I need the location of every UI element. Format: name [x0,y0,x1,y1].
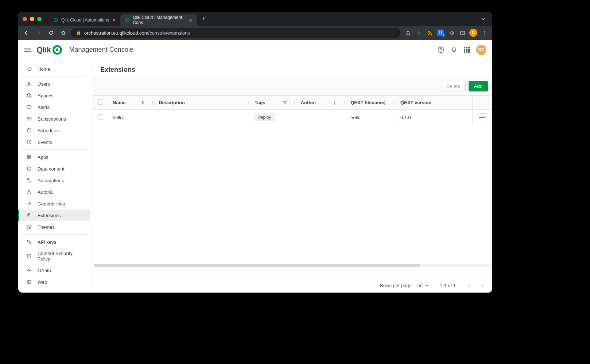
sidebar-item-apikeys[interactable]: API keys [18,236,93,248]
sidebar-item-events[interactable]: Events [18,136,93,148]
column-header-filename[interactable]: QEXT filename ▲▼ || [346,96,396,110]
svg-rect-16 [27,157,29,159]
column-header-tags[interactable]: Tags || [250,96,296,110]
panel-icon[interactable] [457,28,467,38]
browser-tab[interactable]: Qlik Cloud | Automations ✕ [49,14,120,26]
sidebar-item-genericlinks[interactable]: Generic links [18,198,93,210]
sidebar-item-extensions[interactable]: Extensions [18,210,90,221]
window-controls [23,17,42,21]
row-checkbox-cell[interactable] [93,110,108,125]
page-title: Extensions [93,60,492,77]
checkbox-icon[interactable] [98,99,103,105]
sidebar-item-automations[interactable]: Automations [18,175,93,186]
rss-icon[interactable] [424,28,435,38]
checkbox-icon[interactable] [98,114,103,120]
sidebar-item-apps[interactable]: Apps [18,151,93,163]
minimize-window-button[interactable] [30,17,34,21]
sidebar-item-schedules[interactable]: Schedules [18,125,93,136]
select-all-header[interactable] [93,96,108,110]
share-icon[interactable] [403,28,413,38]
delete-button[interactable]: Delete [441,81,466,91]
column-header-description[interactable]: Description || [154,96,250,110]
column-header-author[interactable]: Author ▲▼ || [296,96,346,110]
row-menu-button[interactable]: ••• [478,113,487,121]
browser-window: Qlik Cloud | Automations ✕ Qlik Cloud | … [18,12,492,293]
logo-text: Qlik [36,45,51,55]
menu-toggle-button[interactable] [24,48,31,52]
pager-nav [467,283,485,288]
maximize-window-button[interactable] [37,17,42,21]
back-button[interactable] [21,28,31,38]
sidebar-item-home[interactable]: Home [18,63,93,75]
scrollbar-thumb[interactable] [94,264,420,267]
sidebar-item-label: API keys [38,239,56,245]
new-tab-button[interactable]: + [197,15,210,23]
sidebar-item-label: Subscriptions [38,116,66,122]
table-container: Name ▲▼ || Description || Tags [93,95,492,278]
horizontal-scrollbar[interactable] [94,264,492,267]
sort-icon[interactable]: ▲▼ [333,100,336,105]
forward-button[interactable] [34,28,44,38]
reload-button[interactable] [46,28,56,38]
table-header-row: Name ▲▼ || Description || Tags [93,96,492,110]
svg-point-4 [428,34,428,35]
titlebar: Qlik Cloud | Automations ✕ Qlik Cloud | … [18,12,492,26]
tabs-overflow-icon[interactable] [481,16,488,21]
extensions-puzzle-icon[interactable] [446,28,457,38]
sidebar-item-subscriptions[interactable]: Subscriptions [18,113,93,125]
tab-label: Qlik Cloud | Automations [61,17,109,23]
sidebar-item-csp[interactable]: Content Security Policy [18,248,93,265]
flask-icon [26,189,32,195]
extension-badge-icon[interactable]: U [435,28,446,38]
sidebar-item-users[interactable]: Users [18,78,93,90]
cell-version: 0.1.0 [396,110,472,125]
column-label: QEXT filename [350,100,384,105]
bookmark-icon[interactable]: ☆ [414,28,424,38]
sort-icon[interactable]: ▲▼ [383,100,386,105]
sidebar-item-alerts[interactable]: Alerts [18,101,93,113]
sidebar-item-datacontent[interactable]: Data content [18,163,93,175]
sidebar-item-themes[interactable]: Themes [18,221,93,233]
column-label: Tags [255,100,265,105]
app-launcher-icon[interactable] [464,47,470,53]
close-tab-icon[interactable]: ✕ [112,17,116,23]
rows-per-page: Rows per page: 50 [380,283,429,288]
tag-chip: deploy [255,113,275,121]
qlik-logo[interactable]: Qlik [36,45,62,55]
sort-icon[interactable]: ▲▼ [141,100,144,105]
cell-description [154,110,250,125]
sidebar-item-automl[interactable]: AutoML [18,186,93,198]
puzzle-icon [26,212,32,218]
svg-rect-12 [27,129,31,132]
user-avatar[interactable]: DC [476,45,486,55]
svg-rect-17 [30,157,31,159]
add-button[interactable]: Add [469,81,488,91]
key-icon [26,239,32,245]
prev-page-button[interactable] [467,283,472,288]
column-header-version[interactable]: QEXT version [396,96,472,110]
next-page-button[interactable] [480,283,485,288]
sidebar-item-web[interactable]: Web [18,276,93,288]
browser-tab[interactable]: Qlik Cloud | Management Cons ✕ [120,14,197,26]
column-label: QEXT version [400,100,431,105]
table-row: hello deploy hello 0.1.0 ••• [93,110,492,125]
keyround-icon [26,267,32,273]
svg-rect-5 [460,31,464,34]
profile-button[interactable]: D [468,28,478,38]
home-button[interactable] [58,28,69,38]
globe-icon [26,279,32,285]
help-icon[interactable] [438,47,444,53]
qlik-favicon-icon [125,17,130,23]
rows-per-page-select[interactable]: 50 [417,283,428,288]
filter-icon[interactable] [283,101,287,105]
close-window-button[interactable] [23,17,27,21]
sidebar-item-spaces[interactable]: Spaces [18,90,93,101]
tab-label: Qlik Cloud | Management Cons [133,15,186,25]
notifications-icon[interactable] [451,47,457,53]
browser-menu-icon[interactable]: ⋮ [479,28,489,38]
sidebar-item-oauth[interactable]: OAuth [18,265,93,276]
sidebar-separator [23,76,88,77]
address-bar[interactable]: 🔒 orchestration.eu.qlikcloud.com/console… [71,28,400,38]
close-tab-icon[interactable]: ✕ [189,17,193,23]
column-header-name[interactable]: Name ▲▼ || [108,96,154,110]
